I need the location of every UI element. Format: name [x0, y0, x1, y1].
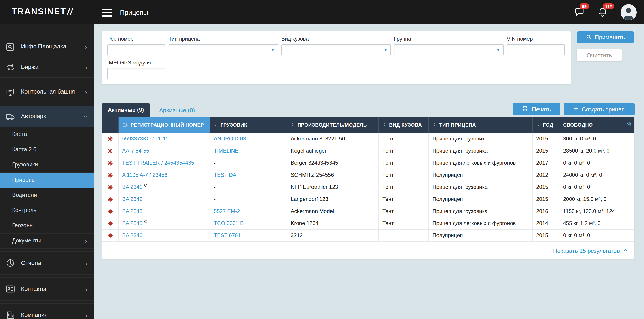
table-row[interactable]: BA 2341C-NFP Eurotrailer 123ТентПрицеп д…	[102, 181, 634, 193]
sidebar-item[interactable]: Документы›	[0, 233, 94, 249]
avatar[interactable]	[620, 4, 637, 20]
body-type-cell: Тент	[379, 217, 429, 229]
status-cell	[102, 193, 118, 205]
body-type-cell: Тент	[379, 205, 429, 217]
column-header[interactable]: ГОД	[533, 117, 560, 133]
truck-link[interactable]: TEST 6761	[214, 232, 241, 238]
truck-link[interactable]: TIMELINE	[214, 148, 238, 154]
table-row[interactable]: A 1105 A-7 / 23456TEST DAFSCHMITZ 254556…	[102, 169, 634, 181]
chevron-down-icon: ▼	[384, 48, 387, 52]
table-row[interactable]: BA 2346TEST 67613212-Полуприцеп20150 кг,…	[102, 229, 634, 242]
sidebar-item[interactable]: Инфо Площадка›	[0, 37, 94, 57]
sidebar-item[interactable]: Отчеты›	[0, 251, 94, 275]
show-more-link[interactable]: Показать 15 результатов	[553, 247, 628, 254]
clear-button[interactable]: Очистить	[577, 49, 622, 61]
sort-icon	[382, 122, 386, 128]
chevron-right-icon: ›	[85, 64, 87, 71]
sidebar-item[interactable]: Грузовики	[0, 157, 94, 173]
trailer-type-cell: Полуприцеп	[429, 169, 533, 181]
filter-input[interactable]	[107, 68, 166, 79]
apply-button[interactable]: Применить	[577, 31, 634, 43]
sidebar-item[interactable]: Контроль	[0, 203, 94, 218]
notifications-button[interactable]: 112	[597, 6, 609, 18]
table-row[interactable]: AA-7 54-55TIMELINEKögel aufliegerТентПри…	[102, 145, 634, 157]
column-header[interactable]: РЕГИСТРАЦИОННЫЙ НОМЕР	[118, 117, 210, 133]
status-alert-icon	[107, 208, 113, 214]
create-trailer-button[interactable]: + Создать прицеп	[564, 103, 634, 115]
bell-icon	[597, 11, 608, 19]
sidebar-item[interactable]: Карта	[0, 127, 94, 142]
reg-number-link[interactable]: BA 2342	[122, 196, 142, 202]
year-cell: 2017	[533, 157, 560, 169]
filter-input[interactable]	[107, 44, 166, 56]
column-header[interactable]: ГРУЗОВИК	[210, 117, 287, 133]
truck-link[interactable]: TEST DAF	[214, 172, 240, 178]
print-button[interactable]: Печать	[512, 103, 560, 115]
sidebar-item[interactable]: Автопарк›	[0, 107, 94, 127]
column-header[interactable]: ПРОИЗВОДИТЕЛЬ/МОДЕЛЬ	[287, 117, 379, 133]
filter-select[interactable]: ▼	[168, 44, 278, 56]
column-header[interactable]: ТИП ПРИЦЕПА	[429, 117, 533, 133]
truck-cell: 5527 EM-2	[210, 205, 287, 217]
reg-number-link[interactable]: 5593373KO / 11111	[122, 136, 168, 142]
sidebar-nav: Инфо Площадка›Биржа›Контрольная башня›Ав…	[0, 24, 94, 319]
sidebar-item[interactable]: Геозоны	[0, 218, 94, 233]
chevron-up-icon	[623, 247, 628, 254]
filter-input[interactable]	[507, 44, 565, 56]
reg-number-link[interactable]: BA 2345	[122, 220, 142, 226]
reg-number-link[interactable]: BA 2346	[122, 232, 142, 238]
reg-number-cell: BA 2345C	[118, 217, 210, 229]
filter-label: VIN номер	[507, 36, 565, 42]
sidebar-item[interactable]: Прицепы	[0, 173, 94, 188]
truck-link[interactable]: ANDROID 03	[214, 136, 246, 142]
reg-number-cell: A 1105 A-7 / 23456	[118, 169, 210, 181]
column-header[interactable]: ВИД КУЗОВА	[379, 117, 429, 133]
tab-archived-trailers[interactable]: Архивные (0)	[155, 103, 199, 117]
reg-suffix: C	[144, 219, 147, 224]
status-cell	[102, 133, 118, 145]
truck-link[interactable]: TCO 0361 B	[214, 220, 244, 226]
table-row[interactable]: BA 2345CTCO 0361 BKrone 1234ТентПрицеп д…	[102, 217, 634, 229]
chevron-down-icon: ▼	[271, 48, 274, 52]
truck-link[interactable]: 5527 EM-2	[214, 208, 240, 214]
truck-cell: TIMELINE	[210, 145, 287, 157]
table-row[interactable]: 5593373KO / 11111ANDROID 03Ackermann 813…	[102, 133, 634, 145]
truck-cell: -	[210, 157, 287, 169]
truck-icon	[5, 112, 15, 122]
status-cell	[102, 157, 118, 169]
sidebar-item[interactable]: Биржа›	[0, 57, 94, 78]
sidebar-item[interactable]: Компания›	[0, 303, 94, 319]
body-type-cell: Тент	[379, 181, 429, 193]
free-capacity-cell: 28500 кг, 20.0 м³, 0	[560, 145, 634, 157]
sidebar-item[interactable]: Карта 2.0	[0, 142, 94, 157]
filters-row-2: IMEI GPS модуля	[107, 60, 565, 79]
notifications-badge: 112	[603, 3, 614, 10]
body-type-cell: Тент	[379, 193, 429, 205]
table-header-status	[102, 117, 118, 133]
manufacturer-cell: NFP Eurotrailer 123	[287, 181, 379, 193]
sidebar-item[interactable]: Контрольная башня›	[0, 78, 94, 107]
table-row[interactable]: BA 2342-Langendorf 123ТентПолуприцеп2015…	[102, 193, 634, 205]
table-row[interactable]: TEST TRAILER / 2454354435-Berger 324d345…	[102, 157, 634, 169]
reg-number-link[interactable]: A 1105 A-7 / 23456	[122, 172, 167, 178]
table-row[interactable]: BA 23435527 EM-2Ackermann ModelТентПрице…	[102, 205, 634, 217]
sidebar-item[interactable]: Водители	[0, 188, 94, 203]
sidebar-item[interactable]: Контакты›	[0, 277, 94, 301]
filter-field: Рег. номер	[107, 36, 166, 56]
reg-number-link[interactable]: TEST TRAILER / 2454354435	[122, 160, 194, 166]
reg-number-link[interactable]: BA 2341	[122, 184, 142, 190]
trailer-type-cell: Полуприцеп	[429, 193, 533, 205]
menu-toggle-icon[interactable]	[102, 9, 112, 18]
filter-select[interactable]: ▼	[394, 44, 504, 56]
brand-logo[interactable]: TRANSINET//	[12, 7, 73, 17]
trailer-type-cell: Прицеп для грузовика	[429, 205, 533, 217]
reg-number-cell: BA 2341C	[118, 181, 210, 193]
chat-button[interactable]: 69	[574, 6, 586, 18]
table-header: РЕГИСТРАЦИОННЫЙ НОМЕРГРУЗОВИКПРОИЗВОДИТЕ…	[102, 117, 634, 133]
reg-number-link[interactable]: AA-7 54-55	[122, 148, 149, 154]
tab-active-trailers[interactable]: Активные (9)	[102, 103, 150, 117]
filter-select[interactable]: ▼	[281, 44, 391, 56]
column-header[interactable]: СВОБОДНО	[560, 117, 624, 133]
table-settings-button[interactable]	[624, 117, 634, 133]
reg-number-link[interactable]: BA 2343	[122, 208, 142, 214]
